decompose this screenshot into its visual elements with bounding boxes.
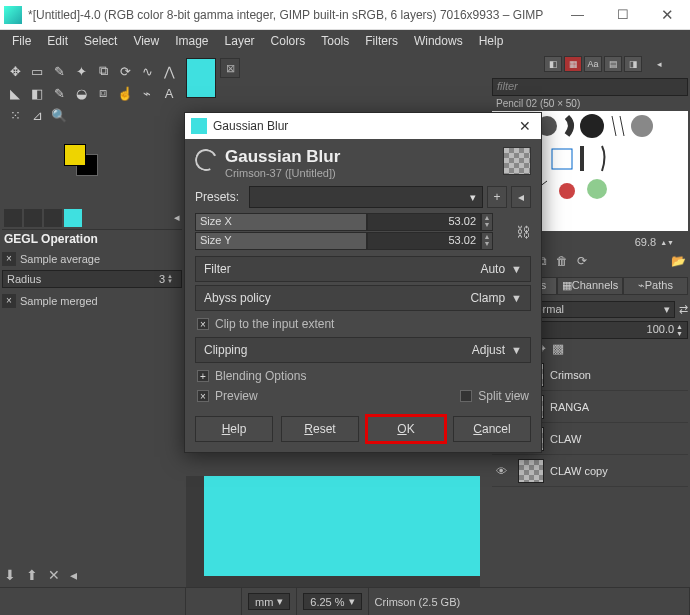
brush-refresh-icon[interactable]: ⟳	[574, 253, 590, 269]
picker-tool-icon[interactable]: ⁙	[4, 104, 26, 126]
layer-row[interactable]: 👁 CLAW copy	[492, 455, 688, 487]
canvas-view[interactable]	[186, 476, 480, 588]
clipping-row[interactable]: Clipping Adjust ▼	[195, 337, 531, 363]
crop-tool-icon[interactable]: ⧉	[92, 60, 114, 82]
mode-select[interactable]: Normal▾	[524, 301, 675, 318]
warp-tool-icon[interactable]: ∿	[136, 60, 158, 82]
unit-select[interactable]: mm▾	[248, 593, 290, 610]
menu-help[interactable]: Help	[473, 32, 510, 50]
help-button[interactable]: Help	[195, 416, 273, 442]
save-preset-icon[interactable]: ⬇	[4, 567, 16, 583]
minimize-button[interactable]: —	[555, 0, 600, 30]
sample-merged-toggle[interactable]: ×	[2, 294, 16, 308]
brush-filter-input[interactable]: filter	[492, 78, 688, 96]
size-x-spinner[interactable]: ▲▼	[481, 213, 493, 231]
menu-colors[interactable]: Colors	[265, 32, 312, 50]
fuzzy-select-tool-icon[interactable]: ✦	[70, 60, 92, 82]
brush-open-icon[interactable]: 📂	[670, 253, 686, 269]
menu-file[interactable]: File	[6, 32, 37, 50]
fg-color-swatch[interactable]	[64, 144, 86, 166]
rect-select-tool-icon[interactable]: ▭	[26, 60, 48, 82]
tab-paths[interactable]: ⌁Paths	[623, 277, 688, 295]
radius-field[interactable]: Radius 3 ▲▼	[2, 270, 182, 288]
preview-checkbox[interactable]: ×	[197, 390, 209, 402]
dialog-titlebar[interactable]: Gaussian Blur ✕	[185, 113, 541, 139]
dialog-subtitle: Crimson-37 ([Untitled])	[225, 167, 340, 179]
rdock-menu-icon[interactable]: ◂	[650, 56, 668, 72]
brush-del-icon[interactable]: 🗑	[554, 253, 570, 269]
clone-tool-icon[interactable]: ⧈	[92, 82, 114, 104]
rdock-tab-4[interactable]: ▤	[604, 56, 622, 72]
main-area: ✥ ▭ ✎ ✦ ⧉ ⟳ ∿ ⋀ ◣ ◧ ✎ ◒ ⧈ ☝ ⌁ A ⁙ ⊿ 🔍	[0, 52, 690, 615]
measure-tool-icon[interactable]: ⊿	[26, 104, 48, 126]
rdock-tab-1[interactable]: ◧	[544, 56, 562, 72]
color-swatches[interactable]	[64, 144, 104, 184]
clip-input-row: × Clip to the input extent	[185, 314, 541, 334]
svg-rect-4	[552, 149, 572, 169]
dock-tab-1[interactable]	[4, 209, 22, 227]
smudge-tool-icon[interactable]: ☝	[114, 82, 136, 104]
rdock-tab-5[interactable]: ◨	[624, 56, 642, 72]
menu-select[interactable]: Select	[78, 32, 123, 50]
rotate-tool-icon[interactable]: ⟳	[114, 60, 136, 82]
visibility-icon[interactable]: 👁	[496, 465, 512, 477]
menu-filters[interactable]: Filters	[359, 32, 404, 50]
dock-menu-icon[interactable]: ◂	[174, 211, 180, 224]
pencil-tool-icon[interactable]: ✎	[48, 82, 70, 104]
canvas-image[interactable]	[204, 476, 480, 576]
size-y-spinner[interactable]: ▲▼	[481, 232, 493, 250]
gradient-tool-icon[interactable]: ◧	[26, 82, 48, 104]
filter-row[interactable]: Filter Auto ▼	[195, 256, 531, 282]
size-block: Size X 53.02 ▲▼ Size Y 53.02 ▲▼ ⛓	[185, 211, 541, 253]
abyss-row[interactable]: Abyss policy Clamp ▼	[195, 285, 531, 311]
clip-input-checkbox[interactable]: ×	[197, 318, 209, 330]
text-tool-icon[interactable]: ⋀	[158, 60, 180, 82]
window-title: *[Untitled]-4.0 (RGB color 8-bit gamma i…	[28, 8, 543, 22]
preset-add-icon[interactable]: +	[487, 186, 507, 208]
eraser-tool-icon[interactable]: ◒	[70, 82, 92, 104]
lock-alpha-icon[interactable]: ▩	[552, 341, 564, 357]
dock-tab-2[interactable]	[24, 209, 42, 227]
rdock-tab-2[interactable]: ▦	[564, 56, 582, 72]
rdock-tab-3[interactable]: Aa	[584, 56, 602, 72]
menu-image[interactable]: Image	[169, 32, 214, 50]
tab-channels[interactable]: ▦Channels	[557, 277, 622, 295]
maximize-button[interactable]: ☐	[600, 0, 645, 30]
link-sizes-icon[interactable]: ⛓	[515, 224, 531, 240]
reset-button[interactable]: Reset	[281, 416, 359, 442]
blending-expand-icon[interactable]: +	[197, 370, 209, 382]
image-tab-close-icon[interactable]: ⊠	[220, 58, 240, 78]
size-x-input[interactable]: 53.02	[367, 213, 481, 231]
restore-preset-icon[interactable]: ⬆	[26, 567, 38, 583]
path-tool-icon[interactable]: ⌁	[136, 82, 158, 104]
bucket-tool-icon[interactable]: ◣	[4, 82, 26, 104]
menu-tools[interactable]: Tools	[315, 32, 355, 50]
move-tool-icon[interactable]: ✥	[4, 60, 26, 82]
reset-preset-icon[interactable]: ◂	[70, 567, 77, 583]
dock-tab-4[interactable]	[64, 209, 82, 227]
blending-row[interactable]: + Blending Options	[185, 366, 541, 386]
image-tab[interactable]: ⊠	[186, 58, 240, 106]
close-button[interactable]: ✕	[645, 0, 690, 30]
split-view-checkbox[interactable]	[460, 390, 472, 402]
menu-view[interactable]: View	[127, 32, 165, 50]
menu-layer[interactable]: Layer	[219, 32, 261, 50]
menu-edit[interactable]: Edit	[41, 32, 74, 50]
size-y-input[interactable]: 53.02	[367, 232, 481, 250]
dock-tab-3[interactable]	[44, 209, 62, 227]
mode-switch-icon[interactable]: ⇄	[679, 303, 688, 316]
delete-preset-icon[interactable]: ✕	[48, 567, 60, 583]
preset-menu-icon[interactable]: ◂	[511, 186, 531, 208]
zoom-tool-icon[interactable]: 🔍	[48, 104, 70, 126]
radius-spinner[interactable]: ▲▼	[167, 274, 177, 284]
svg-point-6	[559, 183, 575, 199]
free-select-tool-icon[interactable]: ✎	[48, 60, 70, 82]
sample-average-toggle[interactable]: ×	[2, 252, 16, 266]
cancel-button[interactable]: Cancel	[453, 416, 531, 442]
dialog-close-icon[interactable]: ✕	[515, 118, 535, 134]
zoom-select[interactable]: 6.25 %▾	[303, 593, 361, 610]
menu-windows[interactable]: Windows	[408, 32, 469, 50]
ok-button[interactable]: OK	[367, 416, 445, 442]
presets-select[interactable]: ▾	[249, 186, 483, 208]
text2-tool-icon[interactable]: A	[158, 82, 180, 104]
